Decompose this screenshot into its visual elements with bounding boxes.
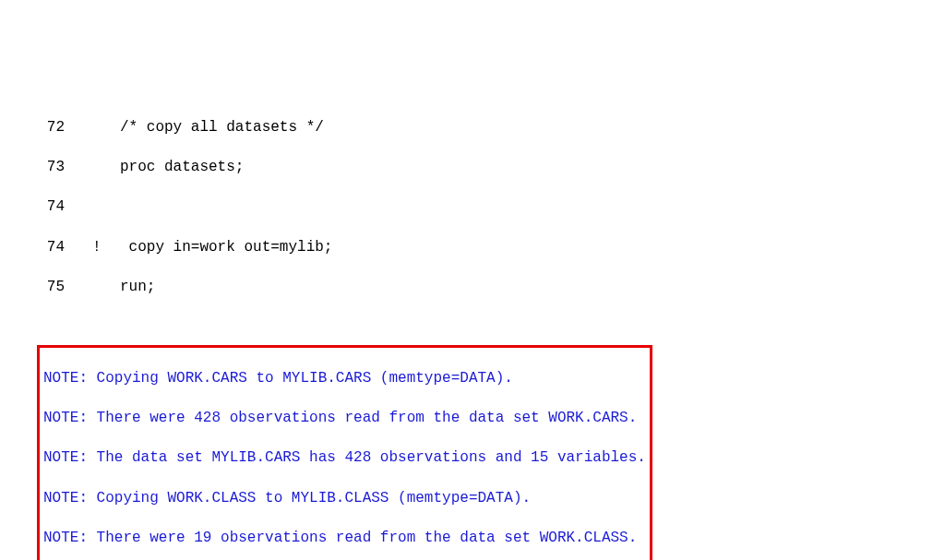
- code-text: /* copy all datasets */: [120, 119, 324, 136]
- note-line: NOTE: Copying WORK.CLASS to MYLIB.CLASS …: [43, 489, 646, 509]
- code-line: 74! copy in=work out=mylib;: [37, 238, 908, 258]
- highlight-box: NOTE: Copying WORK.CARS to MYLIB.CARS (m…: [37, 345, 652, 561]
- line-number: 72: [37, 118, 65, 138]
- code-text: proc datasets;: [120, 159, 244, 175]
- code-text: run;: [120, 279, 155, 295]
- line-number: 73: [37, 158, 65, 178]
- code-text: copy in=work out=mylib;: [120, 239, 332, 256]
- code-line: 74: [37, 197, 908, 218]
- code-line: 75run;: [37, 278, 908, 298]
- line-number: 75: [37, 278, 65, 298]
- code-line: 73proc datasets;: [37, 158, 908, 178]
- note-line: NOTE: Copying WORK.CARS to MYLIB.CARS (m…: [43, 369, 646, 389]
- log-container: 72/* copy all datasets */ 73proc dataset…: [37, 98, 908, 560]
- note-line: NOTE: The data set MYLIB.CARS has 428 ob…: [43, 448, 646, 469]
- note-line: NOTE: There were 19 observations read fr…: [43, 529, 646, 549]
- line-number: 74: [37, 197, 65, 218]
- line-number: 74: [37, 238, 65, 258]
- code-line: 72/* copy all datasets */: [37, 118, 908, 138]
- bang-marker: !: [92, 238, 102, 258]
- note-line: NOTE: There were 428 observations read f…: [43, 409, 646, 429]
